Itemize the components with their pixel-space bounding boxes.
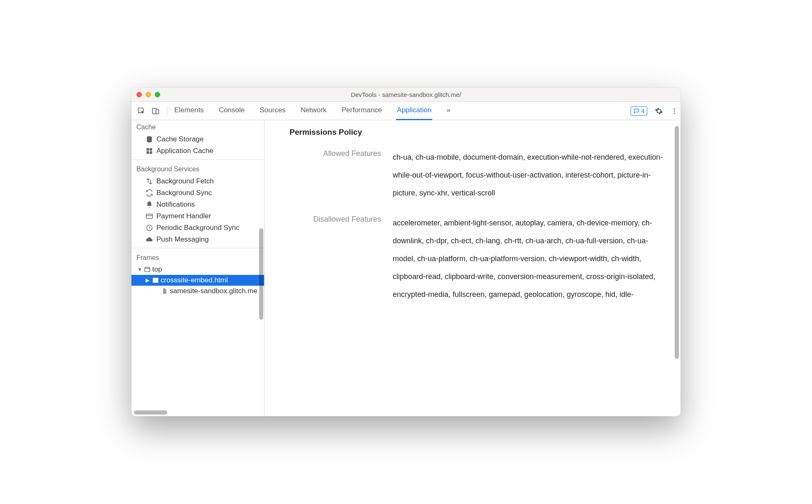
section-header-bgservices: Background Services	[131, 162, 264, 175]
clock-icon	[146, 224, 153, 232]
permissions-policy-heading: Permissions Policy	[290, 128, 669, 137]
svg-rect-11	[146, 214, 153, 219]
inspect-icon[interactable]	[137, 107, 146, 115]
application-sidebar: Cache Cache Storage Application Cache Ba…	[131, 120, 265, 416]
messages-count: 4	[641, 108, 644, 114]
file-icon	[161, 288, 168, 294]
devtools-toolbar: Elements Console Sources Network Perform…	[131, 102, 681, 120]
sidebar-item-background-sync[interactable]: Background Sync	[131, 187, 264, 199]
grid-icon	[146, 147, 153, 155]
messages-badge[interactable]: 4	[631, 106, 647, 116]
svg-rect-14	[145, 267, 150, 272]
frame-label: crosssite-embed.html	[161, 276, 228, 284]
tabs-overflow-button[interactable]: »	[446, 102, 451, 120]
frame-label: top	[152, 265, 162, 274]
sidebar-horizontal-scrollbar[interactable]	[134, 410, 262, 415]
allowed-features-label: Allowed Features	[290, 148, 381, 158]
sidebar-item-notifications[interactable]: Notifications	[131, 199, 264, 210]
frame-document[interactable]: samesite-sandbox.glitch.me	[131, 286, 264, 296]
window-title: DevTools - samesite-sandbox.glitch.me/	[131, 91, 681, 98]
frame-top[interactable]: ▼ top	[131, 264, 264, 275]
sidebar-item-cache-storage[interactable]: Cache Storage	[131, 133, 264, 145]
frame-icon	[152, 277, 159, 284]
allowed-features-value: ch-ua, ch-ua-mobile, document-domain, ex…	[393, 148, 669, 203]
updown-icon	[146, 178, 153, 185]
main-vertical-scrollbar[interactable]	[675, 126, 679, 359]
bell-icon	[146, 201, 153, 208]
message-icon	[634, 108, 639, 114]
sidebar-item-label: Push Messaging	[156, 235, 209, 244]
svg-point-4	[674, 110, 675, 111]
sidebar-item-label: Periodic Background Sync	[156, 224, 239, 232]
svg-point-3	[674, 108, 675, 109]
sidebar-item-payment-handler[interactable]: Payment Handler	[131, 210, 264, 222]
chevron-down-icon[interactable]: ▼	[137, 267, 142, 272]
allowed-features-row: Allowed Features ch-ua, ch-ua-mobile, do…	[290, 148, 669, 203]
section-header-cache: Cache	[131, 120, 264, 133]
sidebar-item-label: Notifications	[156, 200, 195, 209]
settings-icon[interactable]	[655, 107, 663, 115]
tab-performance[interactable]: Performance	[341, 102, 383, 120]
svg-rect-8	[150, 148, 152, 151]
sidebar-item-label: Payment Handler	[156, 212, 211, 220]
tab-console[interactable]: Console	[218, 102, 245, 120]
tab-elements[interactable]: Elements	[173, 102, 205, 120]
frame-label: samesite-sandbox.glitch.me	[170, 287, 257, 295]
tab-application[interactable]: Application	[396, 102, 432, 120]
kebab-menu-icon[interactable]	[671, 107, 678, 115]
sidebar-item-background-fetch[interactable]: Background Fetch	[131, 175, 264, 187]
tab-sources[interactable]: Sources	[259, 102, 286, 120]
sidebar-item-label: Background Fetch	[156, 177, 214, 185]
svg-rect-17	[154, 279, 157, 282]
tab-network[interactable]: Network	[300, 102, 327, 120]
section-header-frames: Frames	[131, 251, 264, 264]
devtools-window: DevTools - samesite-sandbox.glitch.me/ E…	[131, 88, 681, 416]
divider	[131, 159, 264, 160]
disallowed-features-label: Disallowed Features	[290, 214, 381, 224]
svg-rect-10	[150, 151, 152, 154]
database-icon	[146, 136, 153, 143]
svg-rect-7	[146, 148, 149, 151]
sidebar-item-periodic-bg-sync[interactable]: Periodic Background Sync	[131, 222, 264, 234]
device-toggle-icon[interactable]	[151, 107, 160, 115]
window-icon	[144, 266, 151, 273]
disallowed-features-value: accelerometer, ambient-light-sensor, aut…	[393, 214, 669, 304]
svg-point-5	[674, 112, 675, 114]
titlebar: DevTools - samesite-sandbox.glitch.me/	[131, 88, 681, 102]
disallowed-features-row: Disallowed Features accelerometer, ambie…	[290, 214, 669, 304]
sidebar-vertical-scrollbar[interactable]	[259, 228, 263, 320]
sidebar-item-label: Application Cache	[156, 147, 213, 155]
card-icon	[146, 212, 153, 220]
sidebar-item-label: Cache Storage	[156, 135, 203, 143]
svg-rect-9	[146, 151, 149, 154]
sidebar-item-application-cache[interactable]: Application Cache	[131, 145, 264, 157]
frame-details-pane: Permissions Policy Allowed Features ch-u…	[265, 120, 681, 416]
cloud-icon	[146, 236, 153, 243]
svg-rect-2	[156, 109, 159, 114]
sync-icon	[146, 189, 153, 197]
panel-tabs: Elements Console Sources Network Perform…	[173, 102, 627, 120]
sidebar-item-push-messaging[interactable]: Push Messaging	[131, 234, 264, 245]
frame-crosssite-embed[interactable]: ▶ crosssite-embed.html	[131, 275, 264, 286]
divider	[131, 248, 264, 248]
chevron-right-icon[interactable]: ▶	[146, 277, 151, 283]
sidebar-item-label: Background Sync	[156, 189, 212, 197]
